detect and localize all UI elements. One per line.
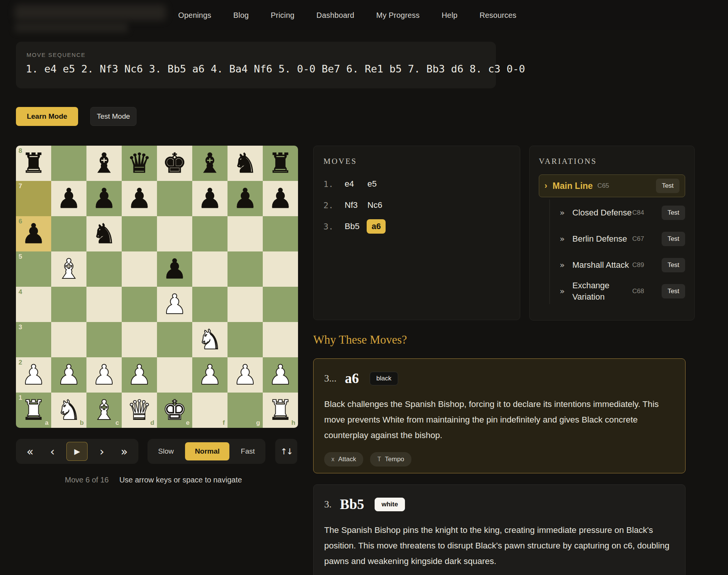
fast-forward-button[interactable]: »: [116, 442, 133, 461]
square-e5[interactable]: ♟: [157, 251, 192, 287]
speed-fast[interactable]: Fast: [234, 447, 262, 456]
square-d4[interactable]: [122, 287, 157, 322]
black-piece-b-f8[interactable]: ♝: [198, 146, 222, 181]
nav-item-my-progress[interactable]: My Progress: [376, 11, 419, 20]
square-g6[interactable]: [228, 216, 263, 251]
square-f2[interactable]: ♟: [192, 357, 228, 393]
black-piece-p-d7[interactable]: ♟: [127, 181, 152, 216]
white-piece-k-e1[interactable]: ♚: [162, 393, 187, 428]
square-c4[interactable]: [86, 287, 122, 322]
square-c2[interactable]: ♟: [86, 357, 122, 393]
square-c7[interactable]: ♟: [86, 181, 122, 216]
square-h2[interactable]: ♟: [263, 357, 298, 393]
square-e1[interactable]: e♚: [157, 393, 192, 428]
variation-berlin-defense[interactable]: »Berlin DefenseC67Test: [560, 226, 685, 252]
square-b5[interactable]: ♝: [51, 251, 86, 287]
square-b1[interactable]: b♞: [51, 393, 86, 428]
white-piece-q-d1[interactable]: ♛: [127, 393, 152, 428]
square-b2[interactable]: ♟: [51, 357, 86, 393]
black-piece-k-e8[interactable]: ♚: [162, 146, 187, 181]
square-h4[interactable]: [263, 287, 298, 322]
test-main-line-button[interactable]: Test: [656, 179, 679, 193]
move-white[interactable]: Bb5: [345, 222, 367, 231]
black-piece-p-g7[interactable]: ♟: [233, 181, 257, 216]
step-forward-button[interactable]: ›: [94, 442, 110, 461]
square-f8[interactable]: ♝: [192, 146, 228, 181]
move-black[interactable]: a6: [367, 219, 386, 234]
black-piece-p-h7[interactable]: ♟: [268, 181, 293, 216]
square-a4[interactable]: 4: [16, 287, 51, 322]
square-e8[interactable]: ♚: [157, 146, 192, 181]
square-a1[interactable]: 1a♜: [16, 393, 51, 428]
white-piece-n-b1[interactable]: ♞: [56, 393, 81, 428]
square-f6[interactable]: [192, 216, 228, 251]
white-piece-b-c1[interactable]: ♝: [92, 393, 116, 428]
square-d2[interactable]: ♟: [122, 357, 157, 393]
square-c1[interactable]: c♝: [86, 393, 122, 428]
square-c3[interactable]: [86, 322, 122, 357]
square-a5[interactable]: 5: [16, 251, 51, 287]
move-black[interactable]: e5: [367, 179, 390, 189]
test-mode-button[interactable]: Test Mode: [90, 107, 136, 126]
nav-item-pricing[interactable]: Pricing: [271, 11, 295, 20]
square-e7[interactable]: [157, 181, 192, 216]
square-f7[interactable]: ♟: [192, 181, 228, 216]
black-piece-r-a8[interactable]: ♜: [21, 146, 46, 181]
square-a8[interactable]: 8♜: [16, 146, 51, 181]
nav-item-openings[interactable]: Openings: [178, 11, 211, 20]
square-f3[interactable]: ♞: [192, 322, 228, 357]
square-d6[interactable]: [122, 216, 157, 251]
square-g3[interactable]: [228, 322, 263, 357]
square-g5[interactable]: [228, 251, 263, 287]
rewind-to-start-button[interactable]: «: [22, 442, 38, 461]
white-piece-p-b2[interactable]: ♟: [56, 357, 81, 393]
square-a7[interactable]: 7: [16, 181, 51, 216]
square-d8[interactable]: ♛: [122, 146, 157, 181]
black-piece-p-b7[interactable]: ♟: [56, 181, 81, 216]
learn-mode-button[interactable]: Learn Mode: [16, 107, 78, 126]
square-g2[interactable]: ♟: [228, 357, 263, 393]
square-f5[interactable]: [192, 251, 228, 287]
square-b4[interactable]: [51, 287, 86, 322]
black-piece-r-h8[interactable]: ♜: [268, 146, 293, 181]
square-d7[interactable]: ♟: [122, 181, 157, 216]
square-c5[interactable]: [86, 251, 122, 287]
variation-closed-defense[interactable]: »Closed DefenseC84Test: [560, 200, 685, 226]
white-piece-p-f2[interactable]: ♟: [198, 357, 222, 393]
square-h1[interactable]: h♜: [263, 393, 298, 428]
variation-main-line[interactable]: › Main Line C65 Test: [539, 174, 685, 197]
black-piece-p-c7[interactable]: ♟: [92, 181, 116, 216]
square-h8[interactable]: ♜: [263, 146, 298, 181]
square-e6[interactable]: [157, 216, 192, 251]
variation-exchange-variation[interactable]: »Exchange VariationC68Test: [560, 278, 685, 304]
black-piece-p-a6[interactable]: ♟: [21, 216, 46, 251]
black-piece-p-e5[interactable]: ♟: [162, 251, 187, 287]
test-exchange-variation-button[interactable]: Test: [662, 284, 685, 298]
square-b7[interactable]: ♟: [51, 181, 86, 216]
square-a3[interactable]: 3: [16, 322, 51, 357]
white-piece-p-h2[interactable]: ♟: [268, 357, 293, 393]
white-piece-p-c2[interactable]: ♟: [92, 357, 116, 393]
chess-board[interactable]: 8♜♝♛♚♝♞♜7♟♟♟♟♟♟6♟♞5♝♟4♟3♞2♟♟♟♟♟♟♟1a♜b♞c♝…: [16, 146, 298, 428]
black-piece-b-c8[interactable]: ♝: [92, 146, 116, 181]
square-d5[interactable]: [122, 251, 157, 287]
square-c8[interactable]: ♝: [86, 146, 122, 181]
speed-normal[interactable]: Normal: [185, 442, 229, 460]
test-marshall-attack-button[interactable]: Test: [662, 258, 685, 272]
white-piece-r-a1[interactable]: ♜: [21, 393, 46, 428]
test-closed-defense-button[interactable]: Test: [662, 206, 685, 220]
black-piece-n-c6[interactable]: ♞: [92, 216, 116, 251]
square-a6[interactable]: 6♟: [16, 216, 51, 251]
square-e2[interactable]: [157, 357, 192, 393]
speed-slow[interactable]: Slow: [151, 447, 180, 456]
white-piece-p-d2[interactable]: ♟: [127, 357, 152, 393]
square-b3[interactable]: [51, 322, 86, 357]
move-white[interactable]: e4: [345, 179, 367, 189]
square-e3[interactable]: [157, 322, 192, 357]
white-piece-p-e4[interactable]: ♟: [162, 287, 187, 322]
nav-item-help[interactable]: Help: [442, 11, 458, 20]
square-g8[interactable]: ♞: [228, 146, 263, 181]
square-h3[interactable]: [263, 322, 298, 357]
black-piece-n-g8[interactable]: ♞: [233, 146, 257, 181]
nav-item-resources[interactable]: Resources: [480, 11, 516, 20]
